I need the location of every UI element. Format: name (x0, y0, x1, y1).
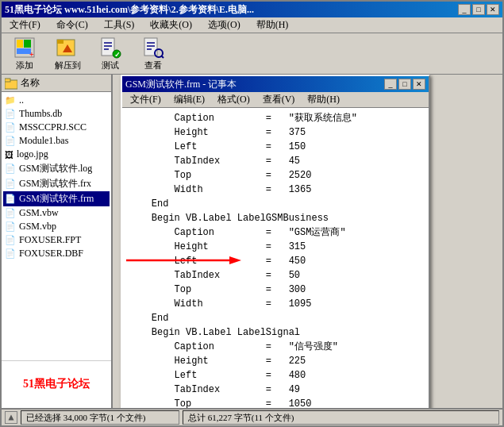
tree-item[interactable]: 🖼logo.jpg (3, 148, 110, 161)
notepad-line: Top = 300 (129, 283, 422, 297)
notepad-menubar: 文件(F) 编辑(E) 格式(O) 查看(V) 帮助(H) (122, 92, 429, 108)
tree-item[interactable]: 📄FOXUSER.FPT (3, 233, 110, 247)
menu-command[interactable]: 命令(C) (52, 17, 93, 33)
main-area: 名称 📁..📄Thumbs.db📄MSSCCPRJ.SCC📄Module1.ba… (2, 75, 502, 408)
outer-window: 51黑电子论坛 www.51hei.com\参考资料\2.参考资料\E.电脑..… (0, 0, 504, 427)
tree-item[interactable]: 📁.. (3, 94, 110, 107)
notepad-menu-format[interactable]: 格式(O) (213, 91, 255, 108)
view-label: 查看 (144, 60, 162, 71)
notepad-maximize-button[interactable]: □ (398, 79, 411, 90)
file-name: MSSCCPRJ.SCC (19, 121, 87, 133)
tree-item[interactable]: 📄GSM.vbp (3, 220, 110, 233)
svg-text:✓: ✓ (114, 51, 121, 59)
notepad-menu-file[interactable]: 文件(F) (125, 91, 166, 108)
notepad-line: Caption = "GSM运营商" (129, 225, 422, 240)
file-name: GSM测试软件.log (19, 162, 92, 175)
menu-favorites[interactable]: 收藏夹(O) (145, 17, 197, 33)
file-icon: 📄 (5, 208, 16, 218)
file-name: GSM测试软件.frx (19, 177, 91, 190)
notepad-line: Height = 315 (129, 240, 422, 254)
tree-item[interactable]: 📄GSM测试软件.frx (3, 176, 110, 191)
tree-item[interactable]: 📄GSM.vbw (3, 206, 110, 220)
notepad-line: Top = 1050 (129, 397, 422, 408)
status-total: 总计 61,227 字节(11 个文件) (183, 410, 499, 425)
notepad-minimize-button[interactable]: _ (384, 79, 397, 90)
svg-marker-24 (9, 415, 14, 421)
menu-options[interactable]: 选项(O) (203, 17, 245, 33)
watermark: 51黑电子论坛 (23, 377, 90, 391)
notepad-line: Begin VB.Label LabelGSMBusiness (129, 211, 422, 225)
file-name: GSM.vbw (19, 207, 59, 219)
file-icon: 📄 (5, 221, 16, 232)
left-panel-title: 名称 (21, 76, 40, 90)
tree-item[interactable]: 📄GSM测试软件.frm (3, 191, 110, 206)
extract-label: 解压到 (55, 60, 81, 71)
menu-help[interactable]: 帮助(H) (252, 17, 294, 33)
close-button[interactable]: ✕ (487, 4, 499, 15)
file-name: Thumbs.db (19, 108, 62, 120)
file-icon: 📄 (5, 194, 16, 204)
notepad-menu-view[interactable]: 查看(V) (258, 91, 300, 108)
file-icon: 📄 (5, 248, 16, 259)
notepad-line: Begin VB.Label LabelSignal (129, 325, 422, 340)
tree-item[interactable]: 📄Module1.bas (3, 134, 110, 148)
svg-line-19 (161, 56, 164, 58)
file-icon: 📁 (5, 95, 16, 106)
tree-item[interactable]: 📄GSM测试软件.log (3, 161, 110, 176)
notepad-line: Width = 1095 (129, 297, 422, 311)
notepad-line: TabIndex = 49 (129, 383, 422, 397)
hscroll[interactable] (5, 411, 17, 424)
left-panel: 名称 📁..📄Thumbs.db📄MSSCCPRJ.SCC📄Module1.ba… (2, 75, 113, 408)
menu-file[interactable]: 文件(F) (5, 17, 45, 33)
notepad-line: End (129, 197, 422, 211)
notepad-line: Caption = "获取系统信息" (129, 111, 422, 125)
minimize-button[interactable]: _ (458, 4, 471, 15)
notepad-close-button[interactable]: ✕ (413, 79, 425, 90)
left-panel-header: 名称 (2, 75, 111, 92)
file-name: FOXUSER.FPT (19, 234, 81, 246)
file-icon: 📄 (5, 109, 16, 119)
toolbar-add-button[interactable]: + 添加 (5, 36, 44, 72)
notepad-menu-help[interactable]: 帮助(H) (302, 91, 344, 108)
test-label: 测试 (102, 60, 119, 71)
outer-window-title: 51黑电子论坛 www.51hei.com\参考资料\2.参考资料\E.电脑..… (5, 3, 254, 17)
add-label: 添加 (16, 60, 33, 71)
file-name: logo.jpg (17, 148, 48, 160)
toolbar-extract-button[interactable]: 解压到 (48, 36, 87, 72)
status-selected: 已经选择 34,000 字节(1 个文件) (21, 410, 179, 425)
notepad-line: Left = 150 (129, 140, 422, 154)
svg-rect-8 (102, 38, 114, 56)
notepad-content[interactable]: Caption = "获取系统信息" Height = 375 Left = 1… (122, 108, 429, 408)
view-icon (140, 37, 166, 60)
toolbar: + 添加 解压到 (2, 33, 502, 75)
notepad-line: Caption = "信号强度" (129, 340, 422, 354)
file-name: Module1.bas (19, 135, 68, 147)
notepad-line: Left = 450 (129, 254, 422, 268)
outer-titlebar: 51黑电子论坛 www.51hei.com\参考资料\2.参考资料\E.电脑..… (2, 2, 502, 17)
notepad-titlebar: GSM测试软件.frm - 记事本 _ □ ✕ (122, 76, 429, 92)
tree-item[interactable]: 📄MSSCCPRJ.SCC (3, 121, 110, 134)
folder-icon (5, 77, 17, 90)
notepad-line: Height = 225 (129, 354, 422, 368)
file-tree[interactable]: 📁..📄Thumbs.db📄MSSCCPRJ.SCC📄Module1.bas🖼l… (2, 92, 111, 360)
right-panel: GSM测试软件.frm - 记事本 _ □ ✕ 文件(F) 编辑(E) 格式(O… (113, 75, 502, 408)
maximize-button[interactable]: □ (472, 4, 485, 15)
file-icon: 📄 (5, 136, 16, 146)
svg-rect-6 (57, 40, 63, 44)
file-name: .. (19, 94, 24, 106)
notepad-menu-edit[interactable]: 编辑(E) (169, 91, 210, 108)
notepad-line: TabIndex = 45 (129, 154, 422, 168)
tree-item[interactable]: 📄FOXUSER.DBF (3, 247, 110, 260)
toolbar-test-button[interactable]: ✓ 测试 (90, 36, 130, 72)
menu-tools[interactable]: 工具(S) (99, 17, 140, 33)
tree-item[interactable]: 📄Thumbs.db (3, 107, 110, 121)
file-icon: 📄 (5, 235, 16, 245)
notepad-line: Left = 480 (129, 368, 422, 383)
toolbar-view-button[interactable]: 查看 (133, 36, 173, 72)
file-name: GSM.vbp (19, 221, 56, 233)
svg-rect-2 (24, 40, 31, 48)
file-icon: 📄 (5, 122, 16, 133)
notepad-line: Height = 375 (129, 125, 422, 140)
notepad-line: TabIndex = 50 (129, 268, 422, 283)
notepad-line: End (129, 311, 422, 325)
